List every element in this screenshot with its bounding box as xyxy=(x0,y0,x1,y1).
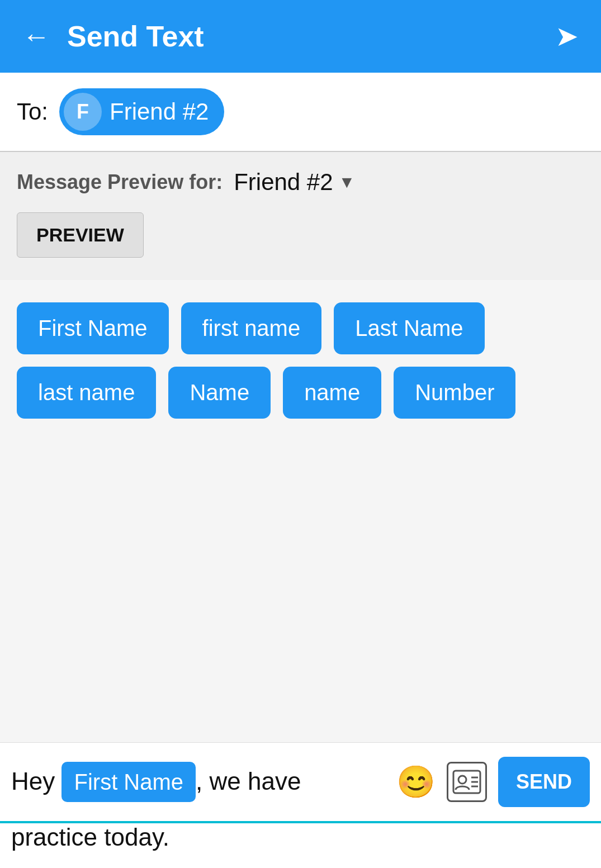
recipient-chip[interactable]: F Friend #2 xyxy=(59,88,224,135)
message-text[interactable]: Hey First Name, we have xyxy=(11,762,385,802)
tag-button[interactable]: last name xyxy=(17,367,156,419)
app-header: ← Send Text ➤ xyxy=(0,0,601,73)
bottom-section: Hey First Name, we have 😊 SEND practice … xyxy=(0,742,601,868)
message-chip[interactable]: First Name xyxy=(61,762,196,802)
tag-button[interactable]: Last Name xyxy=(334,302,484,354)
preview-button[interactable]: PREVIEW xyxy=(17,212,144,258)
chevron-down-icon: ▼ xyxy=(339,173,356,192)
emoji-button[interactable]: 😊 xyxy=(396,763,436,800)
send-button[interactable]: SEND xyxy=(498,757,590,807)
send-icon[interactable]: ➤ xyxy=(555,20,579,53)
contact-card-button[interactable] xyxy=(447,762,487,802)
page-title: Send Text xyxy=(67,20,555,53)
to-label: To: xyxy=(17,98,48,125)
preview-header-row: Message Preview for: Friend #2 ▼ xyxy=(17,169,584,196)
tag-button[interactable]: name xyxy=(283,367,381,419)
tag-button[interactable]: First Name xyxy=(17,302,169,354)
to-section: To: F Friend #2 xyxy=(0,73,601,152)
tag-button[interactable]: Name xyxy=(168,367,271,419)
tag-button[interactable]: Number xyxy=(394,367,515,419)
message-prefix: Hey xyxy=(11,767,61,795)
preview-dropdown-text: Friend #2 xyxy=(234,169,333,196)
message-second-line: practice today. xyxy=(0,823,601,868)
preview-section: Message Preview for: Friend #2 ▼ PREVIEW xyxy=(0,152,601,280)
message-bar: Hey First Name, we have 😊 SEND xyxy=(0,743,601,821)
tags-grid: First Namefirst nameLast Namelast nameNa… xyxy=(17,302,584,419)
svg-point-1 xyxy=(458,776,466,784)
message-suffix: , we have xyxy=(196,767,301,795)
recipient-name: Friend #2 xyxy=(110,98,209,125)
preview-for-label: Message Preview for: xyxy=(17,170,223,194)
preview-dropdown[interactable]: Friend #2 ▼ xyxy=(234,169,355,196)
tag-button[interactable]: first name xyxy=(181,302,322,354)
tags-section: First Namefirst nameLast Namelast nameNa… xyxy=(0,280,601,419)
avatar: F xyxy=(64,93,102,131)
back-button[interactable]: ← xyxy=(22,20,50,53)
